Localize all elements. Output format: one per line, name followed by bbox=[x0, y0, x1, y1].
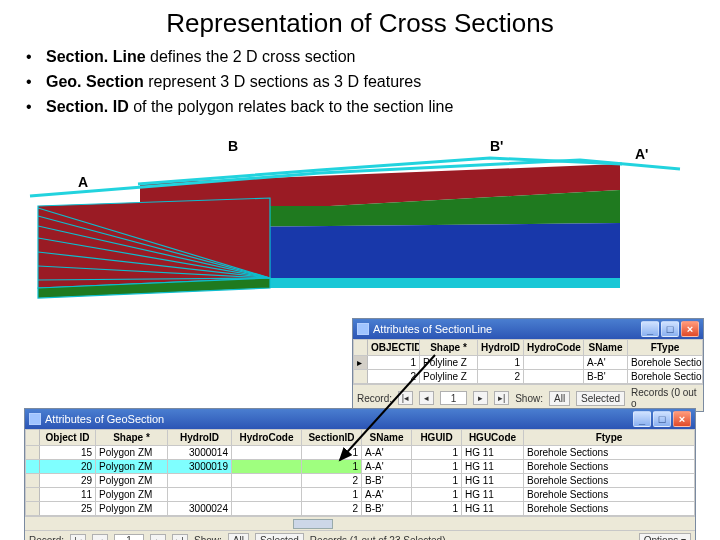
record-number[interactable]: 1 bbox=[114, 534, 144, 541]
table-row[interactable]: 29Polygon ZM2B-B'1HG 11Borehole Sections bbox=[26, 474, 695, 488]
nav-next-button[interactable]: ▸ bbox=[150, 534, 166, 541]
nav-last-button[interactable]: ▸| bbox=[172, 534, 188, 541]
chevron-down-icon: ▾ bbox=[681, 535, 686, 540]
record-label: Record: bbox=[357, 393, 392, 404]
table-header-row: Object ID Shape * HydroID HydroCode Sect… bbox=[26, 430, 695, 446]
bullet-item: Section. ID of the polygon relates back … bbox=[46, 95, 696, 118]
page-title: Representation of Cross Sections bbox=[0, 0, 720, 45]
label-A-prime: A' bbox=[635, 146, 648, 162]
nav-prev-button[interactable]: ◂ bbox=[92, 534, 108, 541]
window-geosection: Attributes of GeoSection _ □ × Object ID… bbox=[24, 408, 696, 540]
horizontal-scrollbar[interactable] bbox=[25, 516, 695, 530]
table-icon bbox=[357, 323, 369, 335]
nav-last-button[interactable]: ▸| bbox=[494, 391, 509, 405]
table-row[interactable]: 15Polygon ZM30000141A-A'1HG 11Borehole S… bbox=[26, 446, 695, 460]
show-selected-button[interactable]: Selected bbox=[576, 391, 625, 406]
bullet-item: Section. Line defines the 2 D cross sect… bbox=[46, 45, 696, 68]
table-row[interactable]: ▸ 1 Polyline Z 1 A-A' Borehole Section bbox=[354, 356, 703, 370]
nav-first-button[interactable]: |◂ bbox=[398, 391, 413, 405]
show-label: Show: bbox=[515, 393, 543, 404]
minimize-button[interactable]: _ bbox=[633, 411, 651, 427]
table-row[interactable]: 2 Polyline Z 2 B-B' Borehole Section bbox=[354, 370, 703, 384]
status-bar: Record: |◂ ◂ 1 ▸ ▸| Show: All Selected R… bbox=[353, 384, 703, 411]
options-button[interactable]: Options ▾ bbox=[639, 533, 691, 540]
window-sectionline: Attributes of SectionLine _ □ × OBJECTID… bbox=[352, 318, 704, 412]
record-number[interactable]: 1 bbox=[440, 391, 468, 405]
show-all-button[interactable]: All bbox=[228, 533, 249, 540]
cross-section-svg bbox=[20, 128, 700, 318]
titlebar[interactable]: Attributes of GeoSection _ □ × bbox=[25, 409, 695, 429]
minimize-button[interactable]: _ bbox=[641, 321, 659, 337]
maximize-button[interactable]: □ bbox=[653, 411, 671, 427]
label-A: A bbox=[78, 174, 88, 190]
attribute-table[interactable]: OBJECTID Shape * HydroID HydroCode SName… bbox=[353, 339, 703, 384]
status-bar: Record: |◂ ◂ 1 ▸ ▸| Show: All Selected R… bbox=[25, 530, 695, 540]
show-selected-button[interactable]: Selected bbox=[255, 533, 304, 540]
nav-prev-button[interactable]: ◂ bbox=[419, 391, 434, 405]
bullet-list: Section. Line defines the 2 D cross sect… bbox=[0, 45, 720, 129]
record-summary: Records (1 out of 23 Selected) bbox=[310, 535, 446, 540]
attribute-table[interactable]: Object ID Shape * HydroID HydroCode Sect… bbox=[25, 429, 695, 516]
record-label: Record: bbox=[29, 535, 64, 540]
table-row[interactable]: 11Polygon ZM1A-A'1HG 11Borehole Sections bbox=[26, 488, 695, 502]
table-row[interactable]: 25Polygon ZM30000242B-B'1HG 11Borehole S… bbox=[26, 502, 695, 516]
label-B: B bbox=[228, 138, 238, 154]
show-all-button[interactable]: All bbox=[549, 391, 570, 406]
window-title: Attributes of GeoSection bbox=[45, 413, 164, 425]
maximize-button[interactable]: □ bbox=[661, 321, 679, 337]
nav-next-button[interactable]: ▸ bbox=[473, 391, 488, 405]
cross-section-figure: B B' A' A bbox=[20, 128, 700, 318]
titlebar[interactable]: Attributes of SectionLine _ □ × bbox=[353, 319, 703, 339]
nav-first-button[interactable]: |◂ bbox=[70, 534, 86, 541]
close-button[interactable]: × bbox=[681, 321, 699, 337]
table-row[interactable]: 20Polygon ZM30000191A-A'1HG 11Borehole S… bbox=[26, 460, 695, 474]
label-B-prime: B' bbox=[490, 138, 503, 154]
table-header-row: OBJECTID Shape * HydroID HydroCode SName… bbox=[354, 340, 703, 356]
close-button[interactable]: × bbox=[673, 411, 691, 427]
window-title: Attributes of SectionLine bbox=[373, 323, 492, 335]
show-label: Show: bbox=[194, 535, 222, 540]
record-summary: Records (0 out o bbox=[631, 387, 699, 409]
bullet-item: Geo. Section represent 3 D sections as 3… bbox=[46, 70, 696, 93]
table-icon bbox=[29, 413, 41, 425]
